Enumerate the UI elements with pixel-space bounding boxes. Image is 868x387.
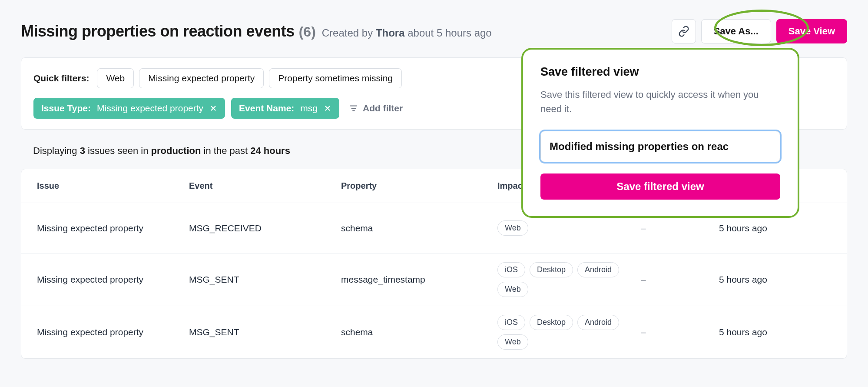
- cell-impacted: iOS Desktop Android Web: [497, 262, 641, 297]
- save-filtered-view-button[interactable]: Save filtered view: [540, 173, 780, 200]
- close-icon: [209, 104, 217, 112]
- close-icon: [324, 104, 331, 112]
- link-icon: [678, 26, 689, 37]
- filter-pill-event-name[interactable]: Event Name: msg: [231, 98, 339, 119]
- cell-last-seen: 5 hours ago: [719, 327, 815, 337]
- cell-event: MSG_RECEIVED: [189, 223, 341, 234]
- popover-title: Save filtered view: [540, 65, 780, 79]
- remove-filter-button[interactable]: [324, 104, 331, 112]
- col-property[interactable]: Property: [341, 181, 497, 191]
- quick-filter-chip[interactable]: Missing expected property: [139, 68, 264, 88]
- cell-property: message_timestamp: [341, 274, 497, 285]
- col-issue[interactable]: Issue: [37, 181, 189, 191]
- remove-filter-button[interactable]: [209, 104, 217, 112]
- add-filter-button[interactable]: Add filter: [349, 103, 403, 113]
- col-event-vol[interactable]: Event Vol.: [815, 181, 847, 191]
- table-row[interactable]: Missing expected property MSG_SENT messa…: [21, 254, 847, 306]
- save-view-button[interactable]: Save View: [776, 19, 847, 43]
- summary-mid2: in the past: [204, 145, 248, 156]
- page-header: Missing properties on reaction events (6…: [21, 19, 847, 43]
- cell-dash: –: [641, 223, 719, 234]
- summary-mid: issues seen in: [88, 145, 148, 156]
- page-title: Missing properties on reaction events: [21, 22, 295, 40]
- created-by: Created by Thora about 5 hours ago: [322, 27, 492, 39]
- cell-event-vol: 149: [815, 223, 847, 234]
- save-filtered-view-popover: Save filtered view Save this filtered vi…: [521, 48, 799, 218]
- save-as-button[interactable]: Save As...: [701, 19, 771, 43]
- summary-window: 24 hours: [250, 145, 290, 156]
- source-pill: Web: [497, 220, 528, 236]
- summary-prefix: Displaying: [33, 145, 77, 156]
- source-pill: iOS: [497, 262, 525, 277]
- quick-filters-label: Quick filters:: [33, 73, 89, 83]
- cell-last-seen: 5 hours ago: [719, 223, 815, 234]
- add-filter-label: Add filter: [363, 103, 403, 113]
- source-pill: Desktop: [530, 262, 573, 277]
- cell-dash: –: [641, 274, 719, 285]
- summary-count: 3: [80, 145, 85, 156]
- quick-filter-chip[interactable]: Property sometimes missing: [269, 68, 402, 88]
- source-pill: Web: [497, 282, 528, 297]
- created-prefix: Created by: [322, 27, 373, 39]
- cell-event-vol: 2.2 K: [815, 274, 847, 285]
- cell-last-seen: 5 hours ago: [719, 274, 815, 285]
- cell-impacted: Web: [497, 220, 641, 236]
- created-author: Thora: [376, 27, 405, 39]
- cell-issue: Missing expected property: [37, 274, 189, 285]
- filter-value: Missing expected property: [97, 103, 203, 113]
- popover-description: Save this filtered view to quickly acces…: [540, 87, 780, 116]
- view-name-input[interactable]: [540, 131, 780, 162]
- table-row[interactable]: Missing expected property MSG_SENT schem…: [21, 306, 847, 358]
- filter-key: Event Name:: [239, 103, 294, 113]
- cell-impacted: iOS Desktop Android Web: [497, 315, 641, 350]
- filter-pill-issue-type[interactable]: Issue Type: Missing expected property: [33, 98, 225, 119]
- title-block: Missing properties on reaction events (6…: [21, 22, 492, 40]
- filter-key: Issue Type:: [41, 103, 91, 113]
- summary-env: production: [151, 145, 201, 156]
- source-pill: Desktop: [530, 315, 573, 330]
- copy-link-button[interactable]: [672, 19, 696, 43]
- cell-event-vol: 2.2 K: [815, 327, 847, 337]
- source-pill: iOS: [497, 315, 525, 330]
- cell-dash: –: [641, 327, 719, 337]
- cell-event: MSG_SENT: [189, 327, 341, 337]
- source-pill: Web: [497, 334, 528, 350]
- col-event[interactable]: Event: [189, 181, 341, 191]
- source-pill: Android: [577, 262, 619, 277]
- created-time: about 5 hours ago: [407, 27, 492, 39]
- header-actions: Save As... Save View: [672, 19, 847, 43]
- source-pill: Android: [577, 315, 619, 330]
- filter-value: msg: [300, 103, 318, 113]
- cell-issue: Missing expected property: [37, 223, 189, 234]
- quick-filter-chip[interactable]: Web: [97, 68, 134, 88]
- cell-issue: Missing expected property: [37, 327, 189, 337]
- cell-event: MSG_SENT: [189, 274, 341, 285]
- filter-icon: [349, 103, 358, 113]
- cell-property: schema: [341, 327, 497, 337]
- issue-count: (6): [299, 24, 316, 40]
- cell-property: schema: [341, 223, 497, 234]
